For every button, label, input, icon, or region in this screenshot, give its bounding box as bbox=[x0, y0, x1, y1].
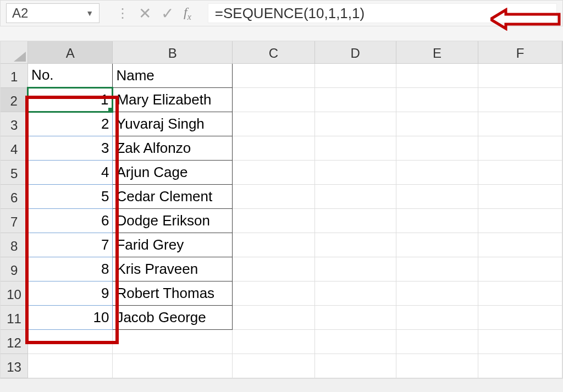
insert-function-icon[interactable]: fx bbox=[184, 5, 191, 22]
cell-b2[interactable]: Mary Elizabeth bbox=[113, 87, 233, 112]
cell[interactable] bbox=[396, 257, 478, 281]
cell[interactable] bbox=[478, 112, 562, 136]
cell[interactable] bbox=[232, 87, 314, 112]
row-header[interactable]: 10 bbox=[1, 281, 28, 305]
cell[interactable] bbox=[314, 136, 396, 160]
cell[interactable] bbox=[232, 305, 314, 329]
column-header-d[interactable]: D bbox=[314, 41, 396, 63]
spreadsheet-grid[interactable]: A B C D E F 1 No. Name 2 1 Mary Elizabet… bbox=[0, 41, 563, 379]
cell-b11[interactable]: Jacob George bbox=[113, 305, 233, 329]
cell[interactable] bbox=[396, 329, 478, 354]
cell-a2-selected[interactable]: 1 bbox=[28, 87, 113, 112]
row-header[interactable]: 8 bbox=[1, 233, 28, 257]
cell-b8[interactable]: Farid Grey bbox=[113, 233, 233, 257]
cell[interactable] bbox=[232, 281, 314, 305]
cell-a10[interactable]: 9 bbox=[28, 281, 113, 305]
cell[interactable] bbox=[232, 233, 314, 257]
cell[interactable] bbox=[396, 208, 478, 233]
cell-b10[interactable]: Robert Thomas bbox=[113, 281, 233, 305]
cell-a4[interactable]: 3 bbox=[28, 136, 113, 160]
cell[interactable] bbox=[28, 329, 113, 354]
cell[interactable] bbox=[478, 305, 562, 329]
column-header-e[interactable]: E bbox=[396, 41, 478, 63]
cell[interactable] bbox=[232, 329, 314, 354]
cell[interactable] bbox=[232, 63, 314, 87]
cell[interactable] bbox=[232, 184, 314, 208]
row-header[interactable]: 4 bbox=[1, 136, 28, 160]
row-header[interactable]: 12 bbox=[1, 329, 28, 354]
cell-a11[interactable]: 10 bbox=[28, 305, 113, 329]
cell-b1[interactable]: Name bbox=[113, 63, 233, 87]
cell-a3[interactable]: 2 bbox=[28, 112, 113, 136]
cell[interactable] bbox=[478, 184, 562, 208]
cell[interactable] bbox=[314, 208, 396, 233]
cell-a9[interactable]: 8 bbox=[28, 257, 113, 281]
cell[interactable] bbox=[396, 233, 478, 257]
cell-a7[interactable]: 6 bbox=[28, 208, 113, 233]
column-header-a[interactable]: A bbox=[28, 41, 113, 63]
cell[interactable] bbox=[396, 305, 478, 329]
cell[interactable] bbox=[314, 184, 396, 208]
cell[interactable] bbox=[396, 184, 478, 208]
cell[interactable] bbox=[314, 160, 396, 184]
cell[interactable] bbox=[396, 112, 478, 136]
cell[interactable] bbox=[232, 160, 314, 184]
cell[interactable] bbox=[232, 354, 314, 378]
cell-b4[interactable]: Zak Alfonzo bbox=[113, 136, 233, 160]
cell[interactable] bbox=[232, 208, 314, 233]
select-all-corner[interactable] bbox=[1, 41, 28, 63]
name-box[interactable]: A2 ▼ bbox=[6, 3, 100, 23]
cell[interactable] bbox=[232, 112, 314, 136]
cell[interactable] bbox=[478, 257, 562, 281]
cell-a5[interactable]: 4 bbox=[28, 160, 113, 184]
cell[interactable] bbox=[478, 160, 562, 184]
column-header-f[interactable]: F bbox=[478, 41, 562, 63]
cell[interactable] bbox=[314, 257, 396, 281]
cell[interactable] bbox=[396, 136, 478, 160]
row-header[interactable]: 7 bbox=[1, 208, 28, 233]
cell[interactable] bbox=[396, 63, 478, 87]
column-header-c[interactable]: C bbox=[232, 41, 314, 63]
cell[interactable] bbox=[478, 63, 562, 87]
cell[interactable] bbox=[314, 281, 396, 305]
cell[interactable] bbox=[314, 112, 396, 136]
cell[interactable] bbox=[396, 160, 478, 184]
accept-icon[interactable]: ✓ bbox=[161, 4, 174, 23]
row-header[interactable]: 2 bbox=[1, 87, 28, 112]
chevron-down-icon[interactable]: ▼ bbox=[86, 9, 93, 18]
cell-a1[interactable]: No. bbox=[28, 63, 113, 87]
row-header[interactable]: 9 bbox=[1, 257, 28, 281]
cell[interactable] bbox=[478, 87, 562, 112]
cell[interactable] bbox=[478, 208, 562, 233]
cell[interactable] bbox=[232, 257, 314, 281]
cell-b9[interactable]: Kris Praveen bbox=[113, 257, 233, 281]
cell[interactable] bbox=[396, 354, 478, 378]
cell[interactable] bbox=[314, 63, 396, 87]
cell[interactable] bbox=[314, 87, 396, 112]
cell[interactable] bbox=[314, 233, 396, 257]
cell[interactable] bbox=[314, 305, 396, 329]
cell[interactable] bbox=[478, 136, 562, 160]
cell[interactable] bbox=[478, 354, 562, 378]
cell-b7[interactable]: Dodge Erikson bbox=[113, 208, 233, 233]
row-header[interactable]: 6 bbox=[1, 184, 28, 208]
row-header[interactable]: 11 bbox=[1, 305, 28, 329]
cell[interactable] bbox=[478, 233, 562, 257]
cell-b6[interactable]: Cedar Clement bbox=[113, 184, 233, 208]
cell-b5[interactable]: Arjun Cage bbox=[113, 160, 233, 184]
cell[interactable] bbox=[314, 329, 396, 354]
cancel-icon[interactable]: ✕ bbox=[139, 4, 151, 23]
cell[interactable] bbox=[113, 354, 233, 378]
cell[interactable] bbox=[314, 354, 396, 378]
cell[interactable] bbox=[478, 329, 562, 354]
cell[interactable] bbox=[232, 136, 314, 160]
cell[interactable] bbox=[478, 281, 562, 305]
row-header[interactable]: 13 bbox=[1, 354, 28, 378]
cell[interactable] bbox=[28, 354, 113, 378]
column-header-b[interactable]: B bbox=[113, 41, 233, 63]
row-header[interactable]: 5 bbox=[1, 160, 28, 184]
cell-b3[interactable]: Yuvaraj Singh bbox=[113, 112, 233, 136]
cell-a8[interactable]: 7 bbox=[28, 233, 113, 257]
cell-a6[interactable]: 5 bbox=[28, 184, 113, 208]
cell[interactable] bbox=[396, 281, 478, 305]
